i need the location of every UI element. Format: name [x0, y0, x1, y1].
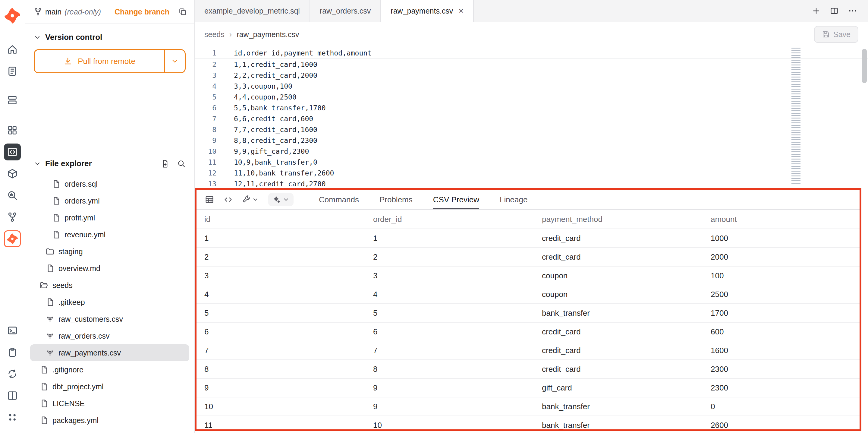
- file-explorer-header[interactable]: File explorer: [25, 150, 194, 172]
- csv-cell: 6: [196, 322, 365, 341]
- rail-item-branch[interactable]: [4, 209, 21, 226]
- code-lines: 1id,order_id,payment_method,amount21,1,c…: [195, 48, 868, 190]
- file-row[interactable]: raw_customers.csv: [30, 311, 189, 327]
- code-editor[interactable]: 1id,order_id,payment_method,amount21,1,c…: [195, 47, 868, 189]
- file-label: raw_payments.csv: [59, 349, 121, 357]
- file-icon: [40, 416, 48, 425]
- line-text: 3,3,coupon,100: [216, 81, 292, 92]
- panel-tab-lineage[interactable]: Lineage: [500, 190, 528, 209]
- file-row[interactable]: seeds: [30, 277, 189, 294]
- pull-main-action[interactable]: Pull from remote: [35, 50, 164, 73]
- line-number: 5: [195, 92, 216, 103]
- rail-item-grid[interactable]: [4, 122, 21, 139]
- file-explorer-title: File explorer: [45, 159, 92, 168]
- file-row[interactable]: packages.yml: [30, 412, 189, 429]
- file-label: .gitignore: [53, 366, 84, 374]
- file-icon: [52, 230, 60, 239]
- code-line[interactable]: 87,7,credit_card,1600: [195, 124, 868, 135]
- code-line[interactable]: 43,3,coupon,100: [195, 81, 868, 92]
- code-line[interactable]: 1110,9,bank_transfer,0: [195, 157, 868, 168]
- file-row[interactable]: raw_orders.csv: [30, 327, 189, 344]
- rail-item-dbt-badge[interactable]: [4, 230, 21, 247]
- rail-item-home[interactable]: [4, 41, 21, 58]
- csv-cell: 7: [196, 341, 365, 360]
- file-row[interactable]: orders.yml: [30, 192, 189, 209]
- code-line[interactable]: 76,6,credit_card,600: [195, 113, 868, 124]
- new-tab-icon[interactable]: [812, 7, 820, 15]
- panel-tab-problems[interactable]: Problems: [379, 190, 412, 209]
- line-number: 12: [195, 168, 216, 178]
- file-row[interactable]: overview.md: [30, 260, 189, 277]
- wrench-icon: [242, 195, 251, 204]
- code-line[interactable]: 1211,10,bank_transfer,2600: [195, 168, 868, 178]
- dbt-mark-icon: [7, 233, 18, 244]
- file-explorer-actions: [161, 160, 186, 168]
- file-row[interactable]: dbt_project.yml: [30, 378, 189, 395]
- rail-item-explore[interactable]: [4, 187, 21, 204]
- pull-dropdown-button[interactable]: [164, 50, 185, 73]
- code-view-icon[interactable]: [224, 195, 233, 204]
- file-row[interactable]: staging: [30, 243, 189, 260]
- chevron-down-icon: [283, 196, 289, 203]
- editor-tab[interactable]: raw_payments.csv×: [381, 0, 473, 22]
- csv-cell: coupon: [534, 285, 703, 304]
- csv-cell: 1: [365, 229, 534, 248]
- file-row[interactable]: raw_payments.csv: [30, 344, 189, 361]
- rail-item-database[interactable]: [4, 92, 21, 109]
- copy-icon[interactable]: [179, 7, 187, 16]
- rail-item-sync[interactable]: [4, 366, 21, 382]
- rail-item-develop[interactable]: [4, 144, 21, 161]
- rail-item-notebook[interactable]: [4, 63, 21, 80]
- csv-cell: 2500: [703, 285, 860, 304]
- build-tools-button[interactable]: [242, 195, 258, 204]
- breadcrumb-folder[interactable]: seeds: [204, 30, 224, 39]
- split-editor-icon[interactable]: [830, 7, 838, 15]
- panel-tab-csv-preview[interactable]: CSV Preview: [433, 190, 479, 209]
- editor-tab[interactable]: example_develop_metric.sql: [195, 0, 310, 22]
- line-text: 7,7,credit_card,1600: [216, 124, 317, 135]
- file-row[interactable]: .gitignore: [30, 361, 189, 378]
- search-icon[interactable]: [177, 160, 186, 168]
- rail-item-clipboard[interactable]: [4, 344, 21, 360]
- kebab-menu-icon[interactable]: [848, 6, 857, 16]
- csv-cell: 4: [365, 285, 534, 304]
- apps-icon: [7, 412, 18, 423]
- file-row[interactable]: orders.sql: [30, 175, 189, 192]
- editor-scrollbar[interactable]: [862, 49, 867, 83]
- table-view-icon[interactable]: [205, 195, 214, 204]
- csv-cell: 600: [703, 322, 860, 341]
- rail-item-cube[interactable]: [4, 165, 21, 182]
- new-file-icon[interactable]: [161, 160, 169, 168]
- save-button[interactable]: Save: [814, 26, 858, 43]
- ai-assist-button[interactable]: [268, 193, 293, 206]
- code-line[interactable]: 32,2,credit_card,2000: [195, 70, 868, 81]
- version-control-header[interactable]: Version control: [25, 24, 194, 46]
- chevron-down-icon: [34, 34, 41, 41]
- close-icon[interactable]: ×: [458, 7, 463, 15]
- branch-mode: (read-only): [64, 7, 101, 16]
- change-branch-link[interactable]: Change branch: [115, 7, 169, 16]
- panel-tabs: CommandsProblemsCSV PreviewLineage: [319, 190, 527, 209]
- file-row[interactable]: profit.yml: [30, 209, 189, 226]
- code-line[interactable]: 1312,11,credit_card,2700: [195, 178, 868, 190]
- file-row[interactable]: .gitkeep: [30, 294, 189, 311]
- csv-cell: 10: [365, 416, 534, 431]
- csv-cell: 1000: [703, 229, 860, 248]
- code-line[interactable]: 65,5,bank_transfer,1700: [195, 103, 868, 113]
- file-row[interactable]: revenue.yml: [30, 226, 189, 243]
- file-row[interactable]: LICENSE: [30, 395, 189, 412]
- rail-item-layout[interactable]: [4, 387, 21, 404]
- code-line[interactable]: 1id,order_id,payment_method,amount: [195, 48, 868, 59]
- code-line[interactable]: 98,8,credit_card,2300: [195, 135, 868, 146]
- rail-item-apps[interactable]: [4, 409, 21, 426]
- minimap[interactable]: [792, 48, 801, 185]
- code-line[interactable]: 109,9,gift_card,2300: [195, 146, 868, 157]
- panel-tab-commands[interactable]: Commands: [319, 190, 359, 209]
- editor-tab[interactable]: raw_orders.csv: [310, 0, 381, 22]
- line-number: 1: [195, 48, 216, 58]
- code-line[interactable]: 21,1,credit_card,1000: [195, 59, 868, 70]
- code-line[interactable]: 54,4,coupon,2500: [195, 92, 868, 103]
- dbt-logo-icon[interactable]: [4, 8, 20, 26]
- rail-item-terminal[interactable]: [4, 322, 21, 339]
- cube-icon: [7, 168, 18, 179]
